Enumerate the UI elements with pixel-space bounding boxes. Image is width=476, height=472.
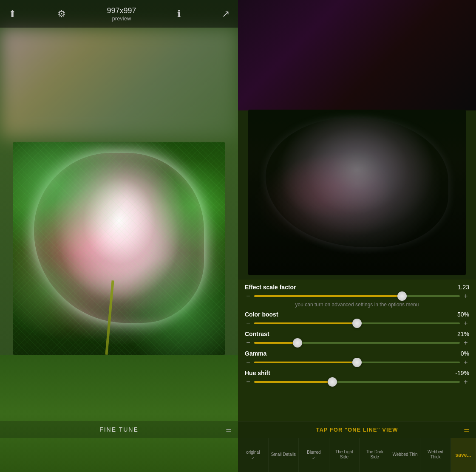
hint-text: you can turn on advanced settings in the…	[245, 302, 469, 308]
right-flower-image	[248, 110, 466, 275]
contrast-header: Contrast 21%	[245, 331, 469, 337]
contrast-label: Contrast	[245, 331, 450, 337]
color-boost-header: Color boost 50%	[245, 311, 469, 318]
preset-check: ✓	[312, 456, 315, 461]
gamma-track[interactable]	[254, 362, 460, 363]
preset-check: ✓	[251, 456, 255, 461]
background-blur	[0, 28, 238, 138]
preset-name: The Light Side	[331, 449, 358, 460]
color-boost-value: 50%	[450, 311, 469, 318]
export-icon[interactable]: ↗	[222, 8, 230, 20]
right-top-bg	[238, 0, 476, 110]
right-panel: Effect scale factor 1.23 − + you can tur…	[238, 0, 476, 472]
effect-scale-row: Effect scale factor 1.23	[245, 284, 469, 291]
left-header: ⬆ ⚙ 997x997 preview ℹ ↗	[0, 0, 238, 28]
gamma-value: 0%	[450, 350, 469, 357]
left-panel: ⬆ ⚙ 997x997 preview ℹ ↗ FINE TUNE ⚌ orig…	[0, 0, 238, 472]
hue-shift-slider-row: − +	[245, 378, 469, 386]
preset-name: original	[246, 450, 260, 455]
one-line-bar[interactable]: TAP FOR "ONE LINE" VIEW ⚌	[238, 421, 476, 438]
hue-shift-header: Hue shift -19%	[245, 370, 469, 376]
hue-shift-thumb[interactable]	[328, 377, 337, 387]
contrast-track[interactable]	[254, 342, 460, 344]
contrast-value: 21%	[450, 331, 469, 337]
preview-label: preview	[112, 15, 131, 22]
contrast-slider-row: − +	[245, 339, 469, 347]
import-icon[interactable]: ⬆	[8, 8, 16, 20]
gamma-fill	[254, 362, 357, 363]
effect-scale-value: 1.23	[450, 284, 469, 291]
preset-item-right-1[interactable]: Small Details	[269, 438, 299, 472]
preset-name: Blurred	[307, 450, 320, 455]
preset-item-right-6[interactable]: Webbed Thick	[420, 438, 451, 472]
gamma-group: Gamma 0% − +	[245, 350, 469, 366]
effect-scale-label: Effect scale factor	[245, 284, 450, 291]
contrast-thumb[interactable]	[293, 338, 302, 348]
color-boost-group: Color boost 50% − +	[245, 311, 469, 327]
preset-item-right-4[interactable]: The Dark Side	[360, 438, 390, 472]
gamma-plus[interactable]: +	[462, 359, 469, 366]
effect-scale-slider-row: − +	[245, 292, 469, 300]
hue-shift-minus[interactable]: −	[245, 378, 252, 386]
gamma-minus[interactable]: −	[245, 359, 252, 366]
fine-tune-label: FINE TUNE	[99, 426, 139, 433]
gamma-label: Gamma	[245, 350, 450, 357]
controls-area: Effect scale factor 1.23 − + you can tur…	[238, 280, 476, 438]
fine-tune-icon[interactable]: ⚌	[226, 426, 232, 434]
contrast-fill	[254, 342, 298, 344]
preset-item-right-0[interactable]: original ✓	[238, 438, 269, 472]
contrast-minus[interactable]: −	[245, 339, 252, 347]
preset-name: The Dark Side	[361, 449, 388, 460]
preset-name: Small Details	[271, 452, 296, 457]
save-label: save...	[456, 452, 471, 458]
hue-shift-track[interactable]	[254, 381, 460, 383]
header-center: 997x997 preview	[107, 6, 136, 22]
fine-tune-bar: FINE TUNE ⚌	[0, 421, 238, 438]
preset-strip-right: original ✓ Small Details Blurred ✓ The L…	[238, 438, 476, 472]
color-boost-minus[interactable]: −	[245, 319, 252, 327]
hue-shift-value: -19%	[450, 370, 469, 376]
one-line-icon[interactable]: ⚌	[464, 426, 470, 434]
preset-item-right-5[interactable]: Webbed Thin	[390, 438, 421, 472]
hue-shift-group: Hue shift -19% − +	[245, 370, 469, 386]
color-boost-track[interactable]	[254, 322, 460, 324]
preview-size: 997x997	[107, 6, 136, 15]
one-line-label: TAP FOR "ONE LINE" VIEW	[316, 427, 398, 433]
effect-scale-plus[interactable]: +	[462, 292, 469, 300]
contrast-group: Contrast 21% − +	[245, 331, 469, 347]
color-boost-thumb[interactable]	[352, 319, 362, 328]
right-image-container	[248, 110, 466, 275]
effect-scale-track[interactable]	[254, 295, 460, 297]
left-bottom-area: FINE TUNE ⚌	[0, 355, 238, 472]
settings-icon[interactable]: ⚙	[57, 8, 66, 20]
preset-name: Webbed Thin	[393, 452, 418, 457]
color-boost-fill	[254, 322, 357, 324]
gamma-header: Gamma 0%	[245, 350, 469, 357]
hue-shift-plus[interactable]: +	[462, 378, 469, 386]
color-boost-label: Color boost	[245, 311, 450, 318]
gamma-thumb[interactable]	[352, 358, 362, 367]
hue-shift-fill	[254, 381, 332, 383]
preset-item-right-2[interactable]: Blurred ✓	[299, 438, 329, 472]
right-panel-inner: Effect scale factor 1.23 − + you can tur…	[238, 0, 476, 472]
preset-name: Webbed Thick	[422, 449, 449, 460]
flower-image	[13, 142, 225, 355]
color-boost-plus[interactable]: +	[462, 319, 469, 327]
effect-scale-thumb[interactable]	[397, 291, 407, 301]
info-icon[interactable]: ℹ	[177, 8, 181, 20]
effect-scale-fill	[254, 295, 402, 297]
effect-scale-group: Effect scale factor 1.23 − + you can tur…	[245, 284, 469, 308]
main-image	[13, 142, 225, 355]
contrast-plus[interactable]: +	[462, 339, 469, 347]
gamma-slider-row: − +	[245, 359, 469, 366]
hue-shift-label: Hue shift	[245, 370, 450, 376]
glow-lines	[13, 142, 225, 355]
color-boost-slider-row: − +	[245, 319, 469, 327]
preset-item-right-7[interactable]: save...	[451, 438, 476, 472]
preset-item-right-3[interactable]: The Light Side	[329, 438, 360, 472]
effect-scale-minus[interactable]: −	[245, 292, 252, 300]
